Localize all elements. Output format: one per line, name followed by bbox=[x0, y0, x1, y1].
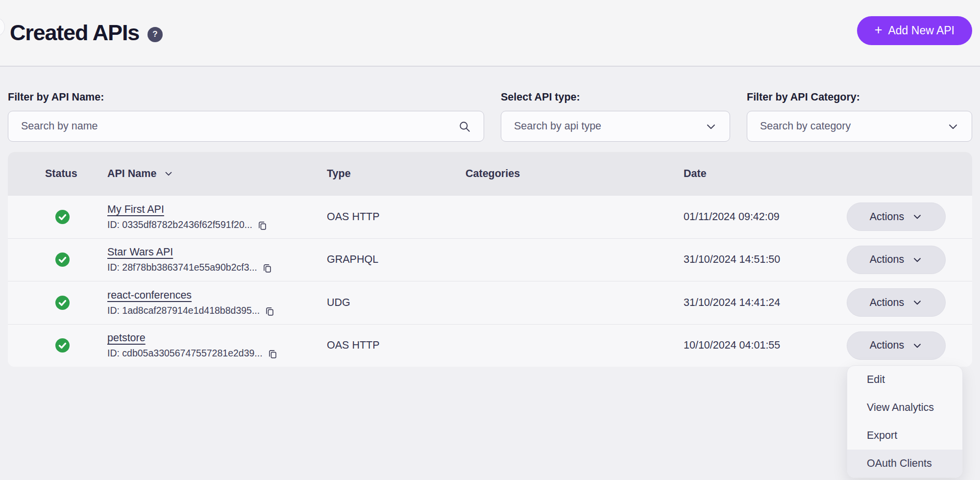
api-type-cell: GRAPHQL bbox=[327, 253, 466, 266]
column-header-status: Status bbox=[8, 168, 107, 180]
filter-bar: Filter by API Name: Select API type: Sea… bbox=[8, 91, 972, 142]
api-type-select-value: Search by api type bbox=[514, 120, 601, 132]
api-date-cell: 01/11/2024 09:42:09 bbox=[684, 211, 813, 223]
status-active-icon bbox=[55, 253, 70, 267]
chevron-down-icon bbox=[705, 121, 717, 132]
api-name-link[interactable]: My First API bbox=[107, 203, 164, 216]
status-active-icon bbox=[55, 296, 70, 310]
api-id-text: ID: 28f78bb3863741e55a90b2cf3... bbox=[107, 262, 257, 273]
copy-icon[interactable] bbox=[262, 263, 272, 273]
sort-chevron-icon bbox=[163, 168, 174, 179]
actions-button-label: Actions bbox=[870, 339, 905, 352]
actions-button[interactable]: Actions bbox=[847, 288, 946, 317]
table-row: react-conferences ID: 1ad8caf287914e1d41… bbox=[8, 281, 972, 324]
name-search-field[interactable] bbox=[8, 111, 484, 142]
help-icon[interactable]: ? bbox=[147, 27, 163, 42]
chevron-down-icon bbox=[947, 121, 959, 132]
chevron-down-icon bbox=[912, 297, 923, 308]
search-icon bbox=[458, 120, 471, 133]
api-name-link[interactable]: Star Wars API bbox=[107, 246, 173, 258]
api-date-cell: 10/10/2024 04:01:55 bbox=[684, 339, 813, 352]
add-new-api-button[interactable]: + Add New API bbox=[857, 16, 972, 45]
api-type-select[interactable]: Search by api type bbox=[501, 111, 730, 142]
api-date-cell: 31/10/2024 14:41:24 bbox=[684, 297, 813, 309]
column-header-categories: Categories bbox=[466, 168, 684, 180]
page-title: Created APIs bbox=[10, 20, 139, 46]
api-category-select[interactable]: Search by category bbox=[747, 111, 972, 142]
chevron-down-icon bbox=[912, 340, 923, 351]
column-header-date: Date bbox=[684, 168, 813, 180]
api-date-cell: 31/10/2024 14:51:50 bbox=[684, 253, 813, 266]
menu-item-oauth-clients[interactable]: OAuth Clients bbox=[847, 450, 962, 478]
api-name-link[interactable]: react-conferences bbox=[107, 289, 192, 302]
column-header-api-name-label: API Name bbox=[107, 168, 156, 180]
api-type-cell: OAS HTTP bbox=[327, 211, 466, 223]
api-id-text: ID: cdb05a33056747557281e2d39... bbox=[107, 348, 263, 359]
table-row: Star Wars API ID: 28f78bb3863741e55a90b2… bbox=[8, 238, 972, 281]
actions-button[interactable]: Actions bbox=[847, 202, 946, 231]
table-row: petstore ID: cdb05a33056747557281e2d39..… bbox=[8, 324, 972, 367]
api-id-text: ID: 0335df8782b2436f62f591f20... bbox=[107, 219, 252, 230]
plus-icon: + bbox=[875, 24, 882, 37]
column-header-type: Type bbox=[327, 168, 466, 180]
status-active-icon bbox=[55, 210, 70, 224]
table-row: My First API ID: 0335df8782b2436f62f591f… bbox=[8, 195, 972, 238]
menu-item-view-analytics[interactable]: View Analytics bbox=[847, 394, 962, 422]
copy-icon[interactable] bbox=[265, 306, 275, 316]
api-name-link[interactable]: petstore bbox=[107, 332, 146, 344]
api-category-select-value: Search by category bbox=[760, 120, 851, 132]
add-new-api-label: Add New API bbox=[888, 24, 955, 37]
actions-button-label: Actions bbox=[870, 297, 905, 309]
actions-button-label: Actions bbox=[870, 211, 905, 223]
filter-name-label: Filter by API Name: bbox=[8, 91, 484, 103]
column-header-api-name[interactable]: API Name bbox=[107, 168, 327, 180]
actions-button-label: Actions bbox=[870, 253, 905, 266]
name-search-input[interactable] bbox=[21, 120, 458, 132]
api-id-text: ID: 1ad8caf287914e1d418b8d395... bbox=[107, 305, 260, 316]
menu-item-export[interactable]: Export bbox=[847, 422, 962, 450]
apis-table: Status API Name Type Categories Date My … bbox=[8, 152, 972, 367]
filter-category-label: Filter by API Category: bbox=[747, 91, 972, 103]
copy-icon[interactable] bbox=[268, 349, 278, 359]
api-type-cell: UDG bbox=[327, 297, 466, 309]
actions-button[interactable]: Actions bbox=[847, 246, 946, 274]
filter-type-label: Select API type: bbox=[501, 91, 730, 103]
chevron-down-icon bbox=[912, 211, 923, 222]
chevron-down-icon bbox=[912, 254, 923, 265]
page-header: Created APIs ? + Add New API bbox=[0, 0, 980, 67]
api-type-cell: OAS HTTP bbox=[327, 339, 466, 352]
actions-button[interactable]: Actions bbox=[847, 331, 946, 360]
table-header-row: Status API Name Type Categories Date bbox=[8, 152, 972, 195]
menu-item-edit[interactable]: Edit bbox=[847, 366, 962, 394]
status-active-icon bbox=[55, 338, 70, 353]
copy-icon[interactable] bbox=[257, 220, 268, 230]
actions-dropdown-menu: Edit View Analytics Export OAuth Clients bbox=[847, 365, 963, 478]
